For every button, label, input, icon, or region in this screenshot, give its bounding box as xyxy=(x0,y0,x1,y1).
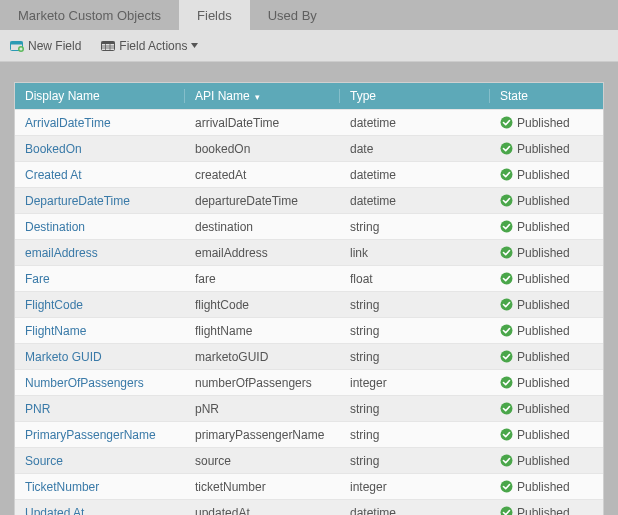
svg-point-22 xyxy=(501,403,513,415)
cell-display-name: TicketNumber xyxy=(15,480,185,494)
cell-type: integer xyxy=(340,480,490,494)
check-circle-icon xyxy=(500,480,513,493)
cell-state: Published xyxy=(490,246,600,260)
svg-point-11 xyxy=(501,117,513,129)
cell-display-name: emailAddress xyxy=(15,246,185,260)
table-row[interactable]: Marketo GUIDmarketoGUIDstringPublished xyxy=(15,343,603,369)
state-label: Published xyxy=(517,168,570,182)
cell-display-name: BookedOn xyxy=(15,142,185,156)
svg-point-23 xyxy=(501,429,513,441)
svg-rect-6 xyxy=(102,41,115,44)
cell-api-name: updatedAt xyxy=(185,506,340,516)
table-row[interactable]: PrimaryPassengerNameprimaryPassengerName… xyxy=(15,421,603,447)
field-actions-icon xyxy=(101,40,115,52)
cell-display-name: FlightCode xyxy=(15,298,185,312)
cell-type: string xyxy=(340,324,490,338)
table-row[interactable]: NumberOfPassengersnumberOfPassengersinte… xyxy=(15,369,603,395)
cell-state: Published xyxy=(490,402,600,416)
cell-type: integer xyxy=(340,376,490,390)
check-circle-icon xyxy=(500,350,513,363)
table-row[interactable]: DepartureDateTimedepartureDateTimedateti… xyxy=(15,187,603,213)
cell-display-name: FlightName xyxy=(15,324,185,338)
cell-api-name: createdAt xyxy=(185,168,340,182)
field-actions-button[interactable]: Field Actions xyxy=(101,39,198,53)
cell-state: Published xyxy=(490,350,600,364)
table-row[interactable]: SourcesourcestringPublished xyxy=(15,447,603,473)
cell-display-name: Marketo GUID xyxy=(15,350,185,364)
cell-api-name: bookedOn xyxy=(185,142,340,156)
check-circle-icon xyxy=(500,506,513,515)
cell-state: Published xyxy=(490,454,600,468)
new-field-label: New Field xyxy=(28,39,81,53)
cell-display-name: Updated At xyxy=(15,506,185,516)
state-label: Published xyxy=(517,376,570,390)
table-row[interactable]: FarefarefloatPublished xyxy=(15,265,603,291)
check-circle-icon xyxy=(500,194,513,207)
table-row[interactable]: emailAddressemailAddresslinkPublished xyxy=(15,239,603,265)
check-circle-icon xyxy=(500,272,513,285)
cell-state: Published xyxy=(490,168,600,182)
table-row[interactable]: Created AtcreatedAtdatetimePublished xyxy=(15,161,603,187)
cell-api-name: flightName xyxy=(185,324,340,338)
table-row[interactable]: ArrivalDateTimearrivalDateTimedatetimePu… xyxy=(15,109,603,135)
header-api-name[interactable]: API Name ▾ xyxy=(185,89,340,103)
svg-point-20 xyxy=(501,351,513,363)
table-row[interactable]: FlightCodeflightCodestringPublished xyxy=(15,291,603,317)
cell-type: datetime xyxy=(340,168,490,182)
check-circle-icon xyxy=(500,402,513,415)
state-label: Published xyxy=(517,194,570,208)
svg-point-19 xyxy=(501,325,513,337)
table-row[interactable]: Updated AtupdatedAtdatetimePublished xyxy=(15,499,603,515)
svg-point-14 xyxy=(501,195,513,207)
cell-api-name: destination xyxy=(185,220,340,234)
cell-type: datetime xyxy=(340,116,490,130)
table-row[interactable]: TicketNumberticketNumberintegerPublished xyxy=(15,473,603,499)
svg-point-18 xyxy=(501,299,513,311)
svg-point-12 xyxy=(501,143,513,155)
cell-api-name: source xyxy=(185,454,340,468)
table-row[interactable]: DestinationdestinationstringPublished xyxy=(15,213,603,239)
state-label: Published xyxy=(517,428,570,442)
cell-display-name: PrimaryPassengerName xyxy=(15,428,185,442)
cell-state: Published xyxy=(490,272,600,286)
cell-type: string xyxy=(340,428,490,442)
table-row[interactable]: FlightNameflightNamestringPublished xyxy=(15,317,603,343)
cell-type: date xyxy=(340,142,490,156)
svg-point-21 xyxy=(501,377,513,389)
state-label: Published xyxy=(517,454,570,468)
tab-label: Marketo Custom Objects xyxy=(18,8,161,23)
cell-display-name: Fare xyxy=(15,272,185,286)
cell-display-name: Destination xyxy=(15,220,185,234)
header-display-name[interactable]: Display Name xyxy=(15,89,185,103)
new-field-button[interactable]: New Field xyxy=(10,39,81,53)
state-label: Published xyxy=(517,402,570,416)
sort-indicator-icon: ▾ xyxy=(255,92,260,102)
check-circle-icon xyxy=(500,298,513,311)
svg-point-13 xyxy=(501,169,513,181)
check-circle-icon xyxy=(500,454,513,467)
tab-bar: Marketo Custom Objects Fields Used By xyxy=(0,0,618,30)
header-type[interactable]: Type xyxy=(340,89,490,103)
state-label: Published xyxy=(517,246,570,260)
cell-api-name: arrivalDateTime xyxy=(185,116,340,130)
cell-state: Published xyxy=(490,506,600,516)
tab-used-by[interactable]: Used By xyxy=(250,0,335,30)
tab-label: Fields xyxy=(197,8,232,23)
table-row[interactable]: PNRpNRstringPublished xyxy=(15,395,603,421)
state-label: Published xyxy=(517,298,570,312)
header-state[interactable]: State xyxy=(490,89,600,103)
cell-type: link xyxy=(340,246,490,260)
cell-api-name: primaryPassengerName xyxy=(185,428,340,442)
cell-display-name: Created At xyxy=(15,168,185,182)
check-circle-icon xyxy=(500,246,513,259)
table-body: ArrivalDateTimearrivalDateTimedatetimePu… xyxy=(15,109,603,515)
content-area: Display Name API Name ▾ Type State Arriv… xyxy=(0,62,618,515)
tab-custom-objects[interactable]: Marketo Custom Objects xyxy=(0,0,179,30)
check-circle-icon xyxy=(500,428,513,441)
state-label: Published xyxy=(517,350,570,364)
cell-state: Published xyxy=(490,428,600,442)
state-label: Published xyxy=(517,272,570,286)
table-row[interactable]: BookedOnbookedOndatePublished xyxy=(15,135,603,161)
field-actions-label: Field Actions xyxy=(119,39,187,53)
tab-fields[interactable]: Fields xyxy=(179,0,250,30)
